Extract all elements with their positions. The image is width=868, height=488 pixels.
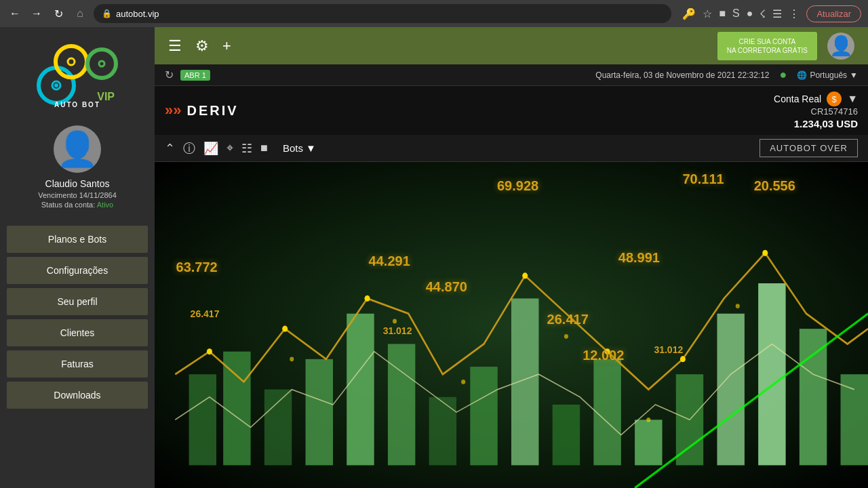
deriv-arrows-icon: »» [165, 102, 181, 119]
svg-rect-5 [223, 352, 250, 466]
chart-svg [155, 162, 868, 488]
svg-point-24 [522, 272, 528, 279]
hamburger-icon[interactable]: ☰ [168, 37, 182, 55]
bots-dropdown-arrow: ▼ [306, 142, 316, 154]
language-selector[interactable]: 🌐 Português ▼ [797, 70, 858, 80]
sidebar-item-downloads[interactable]: Downloads [7, 382, 148, 409]
svg-point-3 [99, 61, 104, 66]
chart-label-63772: 63.772 [176, 260, 218, 275]
skype-icon[interactable]: S [732, 7, 740, 20]
sidebar-item-clientes[interactable]: Clientes [7, 319, 148, 346]
datetime-text: Quarta-feira, 03 de Novembro de 2021 22:… [595, 70, 769, 80]
info-icon[interactable]: ⓘ [183, 140, 195, 157]
svg-point-2 [68, 58, 75, 65]
ext-icon[interactable]: ● [747, 7, 753, 20]
svg-point-21 [207, 348, 212, 354]
svg-point-33 [646, 418, 650, 422]
svg-point-32 [564, 334, 568, 339]
app-toolbar: ☰ ⚙ + CRIE SUA CONTA NA CORRETORA GRÁTIS… [155, 27, 868, 64]
chart-label-44870: 44.870 [426, 279, 467, 295]
svg-rect-17 [717, 314, 744, 466]
crie-line2: NA CORRETORA GRÁTIS [727, 46, 808, 55]
bots-label: Bots [283, 142, 303, 154]
user-profile-section: 👤 Claudio Santos Vencimento 14/11/2864 S… [38, 119, 117, 216]
svg-point-23 [365, 296, 370, 302]
svg-rect-19 [800, 329, 827, 465]
crie-conta-button[interactable]: CRIE SUA CONTA NA CORRETORA GRÁTIS [717, 32, 817, 60]
forward-button[interactable]: → [28, 5, 45, 22]
toolbar-left: ☰ ⚙ + [168, 37, 231, 55]
reload-button[interactable]: ↻ [50, 5, 66, 22]
svg-point-26 [680, 356, 686, 362]
svg-rect-12 [511, 298, 538, 465]
status-value: Ativo [97, 201, 113, 209]
chart-label-70111: 70.111 [682, 171, 724, 187]
sidebar-item-seu-perfil[interactable]: Seu perfil [7, 288, 148, 315]
browser-chrome: ← → ↻ ⌂ 🔒 autobot.vip 🔑 ☆ ■ S ● ☇ ☰ ⋮ At… [0, 0, 868, 27]
svg-rect-14 [593, 359, 620, 466]
deriv-header: ↻ ABR 1 Quarta-feira, 03 de Novembro de … [155, 64, 868, 86]
toolbar-user-avatar[interactable]: 👤 [827, 33, 854, 60]
svg-point-29 [290, 357, 294, 361]
connection-status-dot: ● [780, 68, 787, 82]
star-icon[interactable]: ☆ [703, 7, 712, 20]
abr-badge: ABR 1 [180, 70, 210, 81]
crosshair-icon[interactable]: ⌖ [226, 141, 233, 155]
user-vencimento: Vencimento 14/11/2864 [38, 191, 117, 199]
account-type-label: Conta Real [774, 94, 821, 104]
autobot-over-button[interactable]: AUTOBOT OVER [760, 139, 858, 157]
svg-rect-6 [264, 390, 292, 466]
puzzle-icon[interactable]: ☇ [760, 7, 766, 20]
list-icon[interactable]: ☰ [772, 7, 782, 20]
status-label: Status da conta: [41, 201, 96, 209]
deriv-brand-name: DERIV [186, 103, 238, 119]
svg-point-1 [54, 83, 58, 87]
svg-rect-7 [306, 359, 333, 466]
settings-icon[interactable]: ⚙ [195, 37, 209, 55]
line-chart-icon[interactable]: 📈 [203, 141, 218, 156]
menu-icon[interactable]: ⋮ [789, 7, 800, 20]
dollar-icon: $ [827, 92, 842, 106]
deriv-logo: »» DERIV [165, 102, 239, 119]
svg-point-22 [282, 326, 288, 332]
crie-line1: CRIE SUA CONTA [727, 37, 808, 46]
deriv-brand-bar: »» DERIV Conta Real $ ▼ CR1574716 1.234,… [155, 86, 868, 135]
svg-point-34 [736, 304, 740, 308]
avatar: 👤 [54, 125, 101, 173]
bots-dropdown[interactable]: Bots ▼ [283, 142, 316, 154]
table-icon[interactable]: ☷ [241, 141, 252, 156]
address-bar[interactable]: 🔒 autobot.vip [94, 4, 671, 23]
sidebar-item-faturas[interactable]: Faturas [7, 350, 148, 378]
svg-rect-9 [388, 344, 415, 465]
account-type-row: Conta Real $ ▼ [774, 92, 858, 106]
stop-icon[interactable]: ■ [260, 141, 268, 155]
chart-toolbar: ⌃ ⓘ 📈 ⌖ ☷ ■ Bots ▼ AUTOBOT OVER [155, 135, 868, 162]
chart-area: 69.928 70.111 20.556 44.291 44.870 63.77… [155, 162, 868, 488]
home-button[interactable]: ⌂ [72, 5, 88, 22]
back-button[interactable]: ← [7, 5, 23, 22]
chart-label-44291: 44.291 [369, 253, 410, 269]
password-icon[interactable]: 🔑 [682, 7, 696, 20]
logo-area: VIP AUTO BOT [0, 34, 155, 119]
sidebar-item-planos-bots[interactable]: Planos e Bots [7, 226, 148, 253]
account-dropdown-arrow[interactable]: ▼ [847, 93, 858, 105]
account-info: Conta Real $ ▼ CR1574716 1.234,03 USD [774, 92, 858, 129]
rss-icon[interactable]: ■ [719, 7, 726, 20]
refresh-icon[interactable]: ↻ [165, 68, 174, 81]
update-button[interactable]: Atualizar [806, 5, 861, 22]
chart-background: 69.928 70.111 20.556 44.291 44.870 63.77… [155, 162, 868, 488]
logo-gears: VIP AUTO BOT [33, 41, 121, 108]
svg-rect-18 [758, 283, 785, 465]
autobot-label: AUTO BOT [33, 101, 121, 108]
svg-point-27 [762, 250, 768, 256]
globe-icon: 🌐 [797, 70, 807, 80]
browser-actions: 🔑 ☆ ■ S ● ☇ ☰ ⋮ Atualizar [682, 5, 861, 22]
deriv-header-left: ↻ ABR 1 [165, 68, 210, 81]
chart-label-20556: 20.556 [754, 178, 795, 194]
plus-icon[interactable]: + [222, 37, 231, 55]
gear-yellow [54, 44, 89, 79]
collapse-icon[interactable]: ⌃ [165, 141, 175, 156]
chart-label-31012b: 31.012 [654, 344, 683, 355]
svg-rect-4 [189, 374, 216, 465]
sidebar-item-configuracoes[interactable]: Configurações [7, 257, 148, 284]
